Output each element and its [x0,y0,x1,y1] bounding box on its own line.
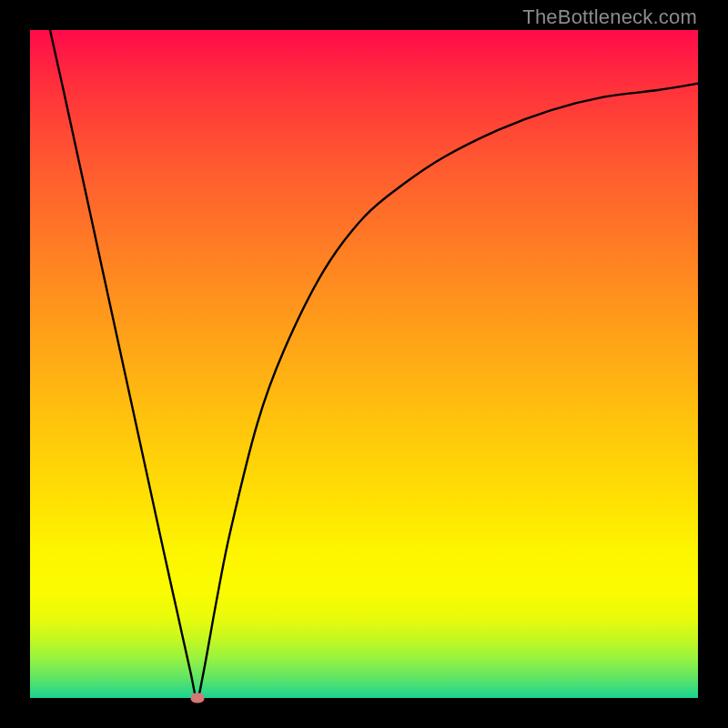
bottleneck-curve [30,30,698,698]
watermark-text: TheBottleneck.com [522,5,697,29]
minimum-marker [190,693,204,703]
chart-frame: TheBottleneck.com [0,0,728,728]
plot-area [30,30,698,698]
